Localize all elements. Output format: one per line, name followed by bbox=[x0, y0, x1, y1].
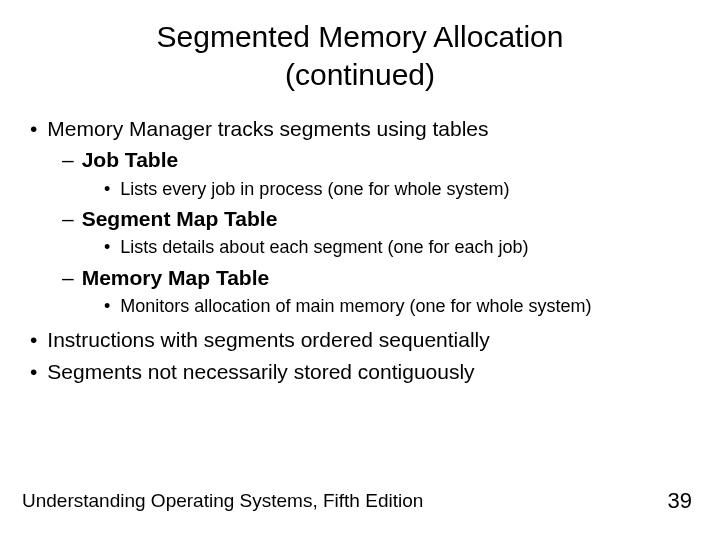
bullet-text: Monitors allocation of main memory (one … bbox=[120, 295, 591, 318]
bullet-dot-icon: • bbox=[30, 115, 37, 142]
bullet-level3: • Lists details about each segment (one … bbox=[104, 236, 698, 259]
page-number: 39 bbox=[668, 488, 692, 514]
bullet-dot-icon: • bbox=[104, 178, 110, 201]
slide-body: • Memory Manager tracks segments using t… bbox=[22, 115, 698, 385]
bullet-level1: • Memory Manager tracks segments using t… bbox=[30, 115, 698, 142]
bullet-level1: • Instructions with segments ordered seq… bbox=[30, 326, 698, 353]
bullet-text: Lists every job in process (one for whol… bbox=[120, 178, 509, 201]
title-line-2: (continued) bbox=[285, 58, 435, 91]
bullet-text: Job Table bbox=[82, 146, 178, 173]
bullet-text: Memory Manager tracks segments using tab… bbox=[47, 115, 488, 142]
bullet-dash-icon: – bbox=[62, 205, 74, 232]
title-line-1: Segmented Memory Allocation bbox=[157, 20, 564, 53]
bullet-dot-icon: • bbox=[104, 236, 110, 259]
bullet-text: Instructions with segments ordered seque… bbox=[47, 326, 489, 353]
bullet-text: Memory Map Table bbox=[82, 264, 269, 291]
slide-title: Segmented Memory Allocation (continued) bbox=[22, 18, 698, 93]
bullet-level2: – Job Table bbox=[62, 146, 698, 173]
bullet-dot-icon: • bbox=[30, 326, 37, 353]
bullet-dash-icon: – bbox=[62, 264, 74, 291]
bullet-text: Segment Map Table bbox=[82, 205, 278, 232]
bullet-dot-icon: • bbox=[30, 358, 37, 385]
bullet-level2: – Memory Map Table bbox=[62, 264, 698, 291]
footer-text: Understanding Operating Systems, Fifth E… bbox=[22, 490, 423, 512]
bullet-dot-icon: • bbox=[104, 295, 110, 318]
bullet-level1: • Segments not necessarily stored contig… bbox=[30, 358, 698, 385]
bullet-text: Segments not necessarily stored contiguo… bbox=[47, 358, 474, 385]
bullet-dash-icon: – bbox=[62, 146, 74, 173]
bullet-level3: • Lists every job in process (one for wh… bbox=[104, 178, 698, 201]
bullet-level2: – Segment Map Table bbox=[62, 205, 698, 232]
bullet-level3: • Monitors allocation of main memory (on… bbox=[104, 295, 698, 318]
bullet-text: Lists details about each segment (one fo… bbox=[120, 236, 528, 259]
